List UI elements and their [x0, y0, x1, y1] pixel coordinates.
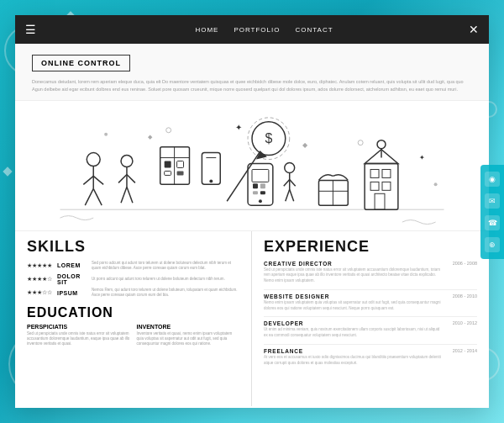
phone-icon[interactable]: ☎	[485, 215, 500, 230]
svg-text:$: $	[265, 130, 272, 145]
hamburger-menu-icon[interactable]: ☰	[25, 23, 36, 36]
svg-point-59	[104, 132, 108, 135]
wifi-icon[interactable]: ◉	[485, 172, 500, 187]
svg-line-38	[290, 179, 296, 186]
skill-name-3: IPSUM	[57, 290, 87, 296]
edu-desc-2: Inventore veritatis et quasi, nemo enim …	[137, 331, 240, 347]
svg-rect-18	[165, 171, 171, 175]
svg-text:◆: ◆	[148, 133, 153, 139]
svg-rect-44	[365, 163, 398, 209]
svg-rect-49	[375, 193, 385, 209]
nav-links: HOME PORTFOLIO CONTACT	[50, 26, 479, 34]
exp-desc-1: Sed ut perspiciatis unde omnis iste natu…	[264, 267, 444, 284]
mail-icon[interactable]: ✉	[485, 193, 500, 209]
svg-point-35	[285, 162, 295, 172]
resume-left-column: SKILLS ★★★★★ LOREM Sed porro adcunt qui …	[15, 231, 252, 406]
svg-point-29	[259, 199, 262, 203]
skill-name-1: LOREM	[57, 262, 87, 268]
nav-link-contact[interactable]: CONTACT	[296, 26, 333, 34]
exp-years-3: 2010 - 2012	[453, 320, 477, 325]
header-description: Donecamus deiudant, lorem rem aperiam el…	[32, 78, 472, 93]
svg-line-10	[127, 174, 135, 182]
svg-rect-19	[177, 171, 184, 175]
list-item: WEBSITE DESIGNER 2008 - 2010 Nemo enim i…	[264, 293, 477, 312]
divider	[264, 316, 477, 317]
education-title: EDUCATION	[27, 305, 239, 320]
svg-rect-48	[382, 182, 391, 190]
edu-name-1: PERSPICIATIS	[27, 324, 130, 330]
svg-point-7	[121, 155, 133, 167]
navbar: ☰ HOME PORTFOLIO CONTACT ✕	[15, 15, 489, 44]
list-item: INVENTORE Inventore veritatis et quasi, …	[137, 324, 240, 347]
list-item: PERSPICIATIS Sed ut perspiciatis unde om…	[27, 324, 130, 347]
header-area: ONLINE CONTROL Donecamus deiudant, lorem…	[15, 44, 489, 101]
list-item: FREELANCE 2012 - 2014 At vero eos et acc…	[264, 348, 477, 367]
svg-line-5	[85, 188, 93, 205]
svg-rect-33	[253, 191, 258, 194]
exp-years-2: 2008 - 2010	[453, 293, 477, 299]
svg-line-37	[284, 179, 290, 186]
exp-role-2: WEBSITE DESIGNER	[264, 293, 444, 299]
resume-area: SKILLS ★★★★★ LOREM Sed porro adcunt qui …	[15, 231, 489, 406]
svg-point-58	[358, 140, 363, 145]
list-item: DEVELOPER 2010 - 2012 Ut enim ad minima …	[264, 320, 477, 339]
close-icon[interactable]: ✕	[469, 23, 479, 36]
svg-point-60	[434, 182, 438, 186]
skill-name-2: DOLOR SIT	[57, 273, 87, 285]
svg-point-1	[87, 152, 100, 166]
svg-point-21	[209, 179, 213, 182]
skill-stars-1: ★★★★★	[27, 262, 52, 269]
svg-line-11	[121, 187, 127, 203]
svg-line-6	[93, 188, 102, 205]
exp-role-3: DEVELOPER	[264, 320, 444, 326]
plus-icon[interactable]: ⊕	[485, 237, 500, 252]
svg-rect-30	[252, 169, 269, 182]
exp-years-4: 2012 - 2014	[453, 348, 477, 353]
svg-rect-46	[382, 169, 391, 177]
list-item: ★★★★★ LOREM Sed porro adcunt qui adunt t…	[27, 261, 239, 272]
exp-years-1: 2006 - 2008	[453, 261, 477, 266]
svg-rect-31	[253, 183, 258, 188]
nav-link-portfolio[interactable]: PORTFOLIO	[234, 26, 280, 34]
svg-line-4	[93, 176, 103, 184]
experience-title: EXPERIENCE	[264, 238, 477, 256]
svg-rect-45	[370, 169, 379, 177]
svg-line-9	[118, 174, 127, 182]
right-sidebar: ◉ ✉ ☎ ⊕	[480, 165, 504, 259]
exp-desc-4: At vero eos et accusamus et iusto odio d…	[264, 355, 444, 367]
skills-list: ★★★★★ LOREM Sed porro adcunt qui adunt t…	[27, 261, 239, 299]
list-item: CREATIVE DIRECTOR 2006 - 2008 Sed ut per…	[264, 261, 477, 284]
svg-text:✦: ✦	[235, 122, 242, 131]
nav-link-home[interactable]: HOME	[195, 26, 218, 34]
skill-desc-2: Ut porro adcunt qui adunt toro telurem u…	[92, 277, 239, 282]
skill-stars-2: ★★★★☆	[27, 276, 52, 283]
divider	[264, 289, 477, 290]
skills-title: SKILLS	[27, 238, 239, 256]
edu-desc-1: Sed ut perspiciatis unde omnis iste natu…	[27, 331, 130, 347]
svg-text:✦: ✦	[419, 153, 425, 161]
svg-line-39	[286, 189, 290, 201]
svg-rect-34	[260, 191, 265, 194]
resume-right-column: EXPERIENCE CREATIVE DIRECTOR 2006 - 2008…	[252, 231, 489, 406]
skill-desc-3: Nemos Rem, qui adunt toro telurem ut dol…	[92, 288, 239, 299]
skill-stars-3: ★★★☆☆	[27, 289, 52, 296]
svg-rect-47	[370, 182, 379, 190]
main-card: ☰ HOME PORTFOLIO CONTACT ✕ ONLINE CONTRO…	[15, 15, 489, 408]
svg-rect-32	[260, 183, 265, 188]
exp-desc-2: Nemo enim ipsam voluptatem quia voluptas…	[264, 300, 444, 312]
list-item: ★★★☆☆ IPSUM Nemos Rem, qui adunt toro te…	[27, 288, 239, 299]
svg-point-57	[166, 127, 171, 132]
edu-name-2: INVENTORE	[137, 324, 240, 330]
svg-line-40	[290, 189, 294, 201]
illustration-svg: $	[15, 101, 489, 230]
online-control-button[interactable]: ONLINE CONTROL	[32, 55, 130, 71]
divider	[264, 344, 477, 345]
list-item: ★★★★☆ DOLOR SIT Ut porro adcunt qui adun…	[27, 273, 239, 285]
education-section: PERSPICIATIS Sed ut perspiciatis unde om…	[27, 324, 239, 347]
svg-rect-16	[165, 161, 171, 167]
illustration-area: $	[15, 101, 489, 231]
exp-role-4: FREELANCE	[264, 348, 444, 354]
svg-rect-17	[177, 161, 184, 167]
svg-line-3	[83, 176, 93, 184]
skill-desc-1: Sed porro adcunt qui adunt toro telurem …	[92, 261, 239, 272]
